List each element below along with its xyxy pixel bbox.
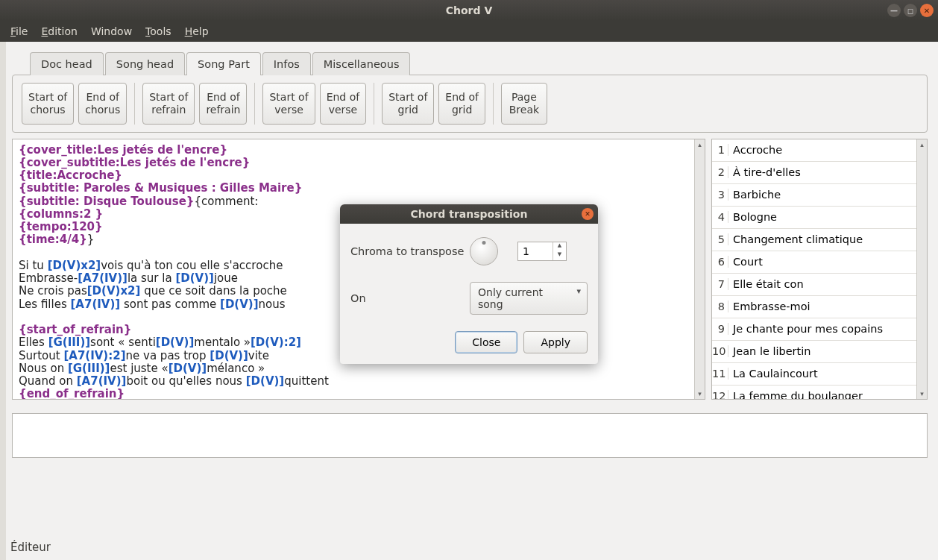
tab-song-part[interactable]: Song Part xyxy=(186,52,261,75)
scroll-up-icon[interactable]: ▴ xyxy=(917,139,927,150)
close-button[interactable]: Close xyxy=(455,331,517,353)
tab-row: Doc head Song head Song Part Infos Misce… xyxy=(30,52,928,75)
tab-song-head[interactable]: Song head xyxy=(105,52,185,75)
list-item[interactable]: 6Court xyxy=(712,251,916,274)
end-chorus-button[interactable]: End ofchorus xyxy=(78,83,127,125)
list-item[interactable]: 11La Caulaincourt xyxy=(712,363,916,386)
list-item[interactable]: 10Jean le libertin xyxy=(712,341,916,363)
chroma-spinbox[interactable]: ▲▼ xyxy=(517,242,567,261)
bottom-panel xyxy=(12,413,928,458)
list-item[interactable]: 1Accroche xyxy=(712,139,916,162)
start-verse-button[interactable]: Start ofverse xyxy=(262,83,315,125)
start-refrain-button[interactable]: Start ofrefrain xyxy=(142,83,195,125)
on-select[interactable]: Only current song xyxy=(470,282,588,315)
list-item[interactable]: 12La femme du boulanger xyxy=(712,386,916,399)
end-grid-button[interactable]: End ofgrid xyxy=(438,83,485,125)
editor-scrollbar[interactable]: ▴ ▾ xyxy=(694,139,705,399)
chroma-dial[interactable] xyxy=(470,237,498,265)
tab-miscellaneous[interactable]: Miscellaneous xyxy=(312,52,411,75)
window-titlebar: Chord V — ◻ ✕ xyxy=(0,0,938,21)
list-item[interactable]: 2À tire-d'elles xyxy=(712,162,916,184)
menu-tools[interactable]: Tools xyxy=(145,25,171,37)
list-item[interactable]: 5Changement climatique xyxy=(712,229,916,251)
list-item[interactable]: 7Elle était con xyxy=(712,274,916,296)
maximize-icon[interactable]: ◻ xyxy=(904,4,917,17)
scroll-up-icon[interactable]: ▴ xyxy=(695,139,705,150)
start-chorus-button[interactable]: Start ofchorus xyxy=(22,83,74,125)
spin-up-icon[interactable]: ▲ xyxy=(553,242,566,251)
songlist-scrollbar[interactable]: ▴ ▾ xyxy=(916,139,927,399)
scroll-down-icon[interactable]: ▾ xyxy=(917,388,927,399)
menu-edition[interactable]: Edition xyxy=(41,25,77,37)
song-list: 1Accroche2À tire-d'elles3Barbiche4Bologn… xyxy=(711,139,928,400)
list-item[interactable]: 8Embrasse-moi xyxy=(712,296,916,318)
status-bar: Éditeur xyxy=(10,541,51,554)
on-label: On xyxy=(350,292,470,304)
menubar: File Edition Window Tools Help xyxy=(0,21,938,42)
list-item[interactable]: 3Barbiche xyxy=(712,184,916,207)
apply-button[interactable]: Apply xyxy=(523,331,588,353)
spin-down-icon[interactable]: ▼ xyxy=(553,251,566,260)
menu-help[interactable]: Help xyxy=(185,25,209,37)
close-icon[interactable]: ✕ xyxy=(920,4,934,17)
page-break-button[interactable]: PageBreak xyxy=(501,83,547,125)
transposition-dialog: Chord transposition ✕ Chroma to transpos… xyxy=(340,204,598,364)
list-item[interactable]: 4Bologne xyxy=(712,207,916,229)
minimize-icon[interactable]: — xyxy=(887,4,901,17)
dialog-titlebar: Chord transposition ✕ xyxy=(340,204,598,224)
tab-doc-head[interactable]: Doc head xyxy=(30,52,104,75)
end-refrain-button[interactable]: End ofrefrain xyxy=(199,83,247,125)
window-title: Chord V xyxy=(446,4,493,16)
tab-infos[interactable]: Infos xyxy=(262,52,311,75)
dialog-title: Chord transposition xyxy=(411,208,528,220)
list-item[interactable]: 9Je chante pour mes copains xyxy=(712,318,916,341)
scroll-down-icon[interactable]: ▾ xyxy=(695,388,705,399)
menu-file[interactable]: File xyxy=(10,25,28,37)
end-verse-button[interactable]: End ofverse xyxy=(320,83,367,125)
dialog-close-icon[interactable]: ✕ xyxy=(582,208,594,220)
toolbar: Start ofchorus End ofchorus Start ofrefr… xyxy=(12,75,928,133)
chroma-label: Chroma to transpose xyxy=(350,245,470,257)
start-grid-button[interactable]: Start ofgrid xyxy=(382,83,434,125)
menu-window[interactable]: Window xyxy=(91,25,132,37)
chroma-input[interactable] xyxy=(518,242,553,260)
